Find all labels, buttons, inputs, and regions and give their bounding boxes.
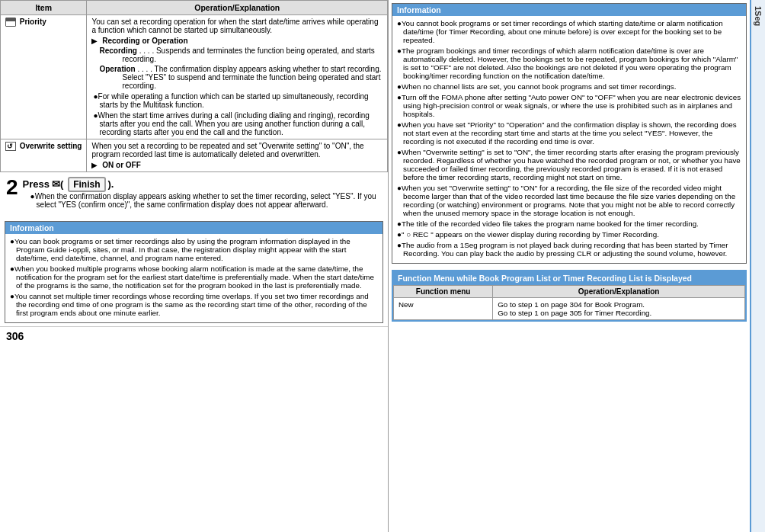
function-menu-col1-header: Function menu	[394, 286, 493, 298]
function-menu-section: Function Menu while Book Program List or…	[392, 270, 747, 322]
function-menu-col2-header: Operation/Explanation	[493, 286, 745, 298]
info-right-bullet-2: ●The program bookings and timer recordin…	[397, 46, 741, 80]
priority-label: Priority	[1, 15, 87, 139]
calendar-icon	[5, 18, 16, 27]
function-menu-row-new: New Go to step 1 on page 304 for Book Pr…	[394, 298, 745, 320]
left-column: Item Operation/Explanation Priority You …	[0, 0, 389, 532]
step-bullet-1: ●When the confirmation display appears a…	[30, 192, 382, 209]
overwrite-intro: When you set a recording to be repeated …	[91, 142, 382, 159]
info-right-bullet-4: ●Turn off the FOMA phone after setting "…	[397, 93, 741, 118]
step-header: 2 Press ✉( Finish ). ●When the confirmat…	[6, 177, 382, 210]
info-right-bullet-10: ●The audio from a 1Seg program is not pl…	[397, 241, 741, 258]
function-menu-explanation-new: Go to step 1 on page 304 for Book Progra…	[493, 298, 745, 320]
info-left-bullet-2: ●When you booked multiple programs whose…	[10, 264, 378, 290]
info-left-bullet-3: ●You cannot set multiple timer recording…	[10, 292, 378, 317]
info-right-bullet-7: ●When you set "Overwrite setting" to "ON…	[397, 184, 741, 217]
info-box-right-header: Information	[392, 4, 746, 16]
finish-button[interactable]: Finish	[68, 177, 105, 192]
step-bullets: ●When the confirmation display appears a…	[30, 192, 382, 209]
step-section: 2 Press ✉( Finish ). ●When the confirmat…	[0, 172, 388, 218]
recording-text: . . . . Suspends and terminates the func…	[122, 46, 374, 63]
overwrite-section1: ▶ ON or OFF	[91, 161, 382, 169]
step-content: Press ✉( Finish ). ●When the confirmatio…	[23, 177, 382, 210]
step-press-text: Press	[23, 178, 50, 190]
table-row-priority: Priority You can set a recording operati…	[1, 15, 388, 139]
priority-content: You can set a recording operation for wh…	[87, 15, 388, 139]
recording-line: Recording . . . . Suspends and terminate…	[99, 46, 382, 63]
priority-bullet-2: ●When the start time arrives during a ca…	[93, 111, 382, 136]
function-menu-item-new: New	[394, 298, 493, 320]
info-right-bullet-3: ●When no channel lists are set, you cann…	[397, 82, 741, 91]
step-number: 2	[6, 177, 18, 198]
page-footer: 306	[0, 326, 388, 345]
operation-text: . . . . The confirmation display appears…	[122, 65, 381, 90]
right-sidebar: Information ●You cannot book programs or…	[389, 0, 765, 532]
info-box-right: Information ●You cannot book programs or…	[392, 3, 747, 264]
step-icon: ✉(	[52, 178, 63, 190]
col-header-item: Item	[1, 1, 87, 15]
info-left-bullet-1: ●You can book programs or set timer reco…	[10, 237, 378, 262]
page-number: 306	[6, 330, 24, 342]
on-or-off-label: ON or OFF	[102, 161, 141, 169]
table-row-overwrite: Overwrite setting When you set a recordi…	[1, 139, 388, 172]
priority-bullet-1: ●For while operating a function which ca…	[93, 92, 382, 109]
step-paren-close: ).	[107, 178, 114, 190]
info-right-bullet-1: ●You cannot book programs or set timer r…	[397, 19, 741, 44]
priority-section1: ▶ Recording or Operation	[91, 37, 382, 45]
recording-label: Recording	[99, 46, 136, 55]
overwrite-icon	[5, 142, 16, 151]
function-menu-table: Function menu Operation/Explanation New …	[393, 285, 745, 320]
main-table: Item Operation/Explanation Priority You …	[0, 0, 388, 172]
overwrite-label: Overwrite setting	[1, 139, 87, 172]
overwrite-content: When you set a recording to be repeated …	[87, 139, 388, 172]
arrow-icon: ▶	[91, 37, 98, 45]
info-right-bullet-8: ●The title of the recorded video file ta…	[397, 220, 741, 228]
info-box-right-content: ●You cannot book programs or set timer r…	[392, 16, 746, 263]
col-header-operation: Operation/Explanation	[87, 1, 388, 15]
arrow-icon-2: ▶	[91, 161, 98, 169]
info-right-bullet-5: ●When you have set "Priority" to "Operat…	[397, 120, 741, 146]
function-menu-header: Function Menu while Book Program List or…	[393, 271, 745, 285]
operation-label: Operation	[99, 65, 135, 73]
operation-line: Operation . . . . The confirmation displ…	[99, 65, 382, 90]
seg-label: 1Seg	[750, 0, 765, 532]
priority-intro: You can set a recording operation for wh…	[91, 18, 382, 34]
recording-or-operation-label: Recording or Operation	[102, 37, 187, 45]
info-box-left-content: ●You can book programs or set timer reco…	[5, 234, 382, 322]
info-box-left: Information ●You can book programs or se…	[5, 221, 383, 323]
info-right-bullet-9: ●" ○ REC " appears on the viewer display…	[397, 230, 741, 239]
info-right-bullet-6: ●When "Overwrite setting" is set to "ON"…	[397, 148, 741, 181]
page-container: Item Operation/Explanation Priority You …	[0, 0, 765, 532]
right-main: Information ●You cannot book programs or…	[389, 0, 750, 532]
right-column: Information ●You cannot book programs or…	[389, 0, 765, 532]
info-box-left-header: Information	[5, 222, 382, 234]
